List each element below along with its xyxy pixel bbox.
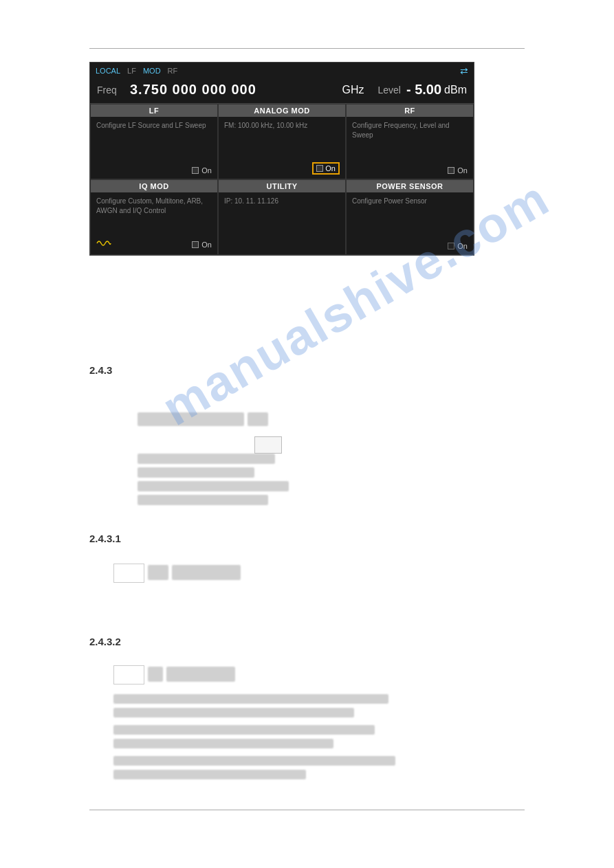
tile-lf-desc: Configure LF Source and LF Sweep <box>96 121 212 164</box>
blurred-extra-4 <box>113 739 333 748</box>
lf-on-label: On <box>201 166 212 175</box>
blurred-243-1 <box>138 412 244 426</box>
tile-utility-desc: IP: 10. 11. 11.126 <box>224 197 340 247</box>
blurred-243-3 <box>138 454 275 464</box>
tile-rf-footer: On <box>352 166 468 175</box>
tile-iq-mod-desc: Configure Custom, Multitone, ARB, AWGN a… <box>96 197 212 236</box>
blurred-extra-3 <box>113 725 375 735</box>
tile-power-sensor-footer: On <box>352 242 468 250</box>
blurred-243-5 <box>138 481 289 491</box>
top-bar: LOCAL LF MOD RF ⇄ <box>90 63 474 79</box>
tile-iq-mod-footer: On <box>96 238 212 250</box>
tile-power-sensor[interactable]: POWER SENSOR Configure Power Sensor On <box>346 179 474 255</box>
instrument-display: LOCAL LF MOD RF ⇄ Freq 3.750 000 000 000… <box>89 62 474 256</box>
rf-checkbox[interactable] <box>448 167 454 174</box>
tiles-grid: LF Configure LF Source and LF Sweep On A… <box>90 103 474 255</box>
tile-power-sensor-header: POWER SENSOR <box>347 180 473 192</box>
tile-analog-mod-header: ANALOG MOD <box>219 104 345 117</box>
level-unit: dBm <box>444 84 467 96</box>
freq-level-row: Freq 3.750 000 000 000 GHz Level - 5.00 … <box>90 79 474 103</box>
bottom-rule <box>89 810 525 810</box>
tile-iq-mod[interactable]: IQ MOD Configure Custom, Multitone, ARB,… <box>90 179 218 255</box>
network-icon: ⇄ <box>460 65 468 76</box>
tile-lf[interactable]: LF Configure LF Source and LF Sweep On <box>90 104 218 179</box>
level-label: Level <box>377 85 400 96</box>
freq-value: 3.750 000 000 000 <box>130 82 339 98</box>
rf-label: RF <box>168 67 178 75</box>
tile-analog-mod-desc: FM: 100.00 kHz, 10.00 kHz <box>224 121 340 159</box>
iq-mod-checkbox[interactable] <box>192 241 199 248</box>
blurred-extra-1 <box>113 694 388 704</box>
tile-utility[interactable]: UTILITY IP: 10. 11. 11.126 <box>218 179 346 255</box>
tile-rf-header: RF <box>347 104 473 117</box>
blurred-2432-1 <box>148 667 163 682</box>
tile-power-sensor-desc: Configure Power Sensor <box>352 197 468 239</box>
tile-rf-desc: Configure Frequency, Level and Sweep <box>352 121 468 164</box>
analog-mod-on-label: On <box>325 164 336 173</box>
blurred-2431-2 <box>172 565 241 580</box>
iq-mod-on-label: On <box>201 241 212 249</box>
mod-label: MOD <box>143 67 161 75</box>
wave-icon <box>96 238 111 250</box>
freq-unit: GHz <box>342 84 364 96</box>
blurred-243-6 <box>138 495 268 505</box>
rf-on-label: On <box>457 166 468 175</box>
analog-mod-checkbox[interactable] <box>316 165 323 172</box>
tile-utility-header: UTILITY <box>219 180 345 192</box>
blurred-extra-6 <box>113 770 306 779</box>
blurred-243-4 <box>138 467 254 478</box>
lf-checkbox[interactable] <box>192 167 199 174</box>
tile-lf-header: LF <box>91 104 217 117</box>
blurred-extra-5 <box>113 756 395 766</box>
blurred-2432-box <box>113 665 144 685</box>
blurred-243-box <box>254 436 282 454</box>
freq-label: Freq <box>97 85 124 96</box>
top-rule <box>89 48 525 49</box>
tile-analog-mod[interactable]: ANALOG MOD FM: 100.00 kHz, 10.00 kHz On <box>218 104 346 179</box>
local-label: LOCAL <box>96 67 120 75</box>
power-sensor-checkbox[interactable] <box>448 243 454 249</box>
power-sensor-on-label: On <box>457 242 468 250</box>
section-243-heading: 2.4.3 <box>89 364 112 376</box>
analog-mod-on-box[interactable]: On <box>312 162 340 175</box>
section-2432-heading: 2.4.3.2 <box>89 636 121 647</box>
tile-lf-footer: On <box>96 166 212 175</box>
blurred-2431-box <box>113 564 144 583</box>
blurred-2432-2 <box>166 667 235 682</box>
section-2431-heading: 2.4.3.1 <box>89 533 121 544</box>
blurred-2431-1 <box>148 565 168 580</box>
lf-label: LF <box>127 67 136 75</box>
blurred-extra-2 <box>113 708 354 717</box>
tile-analog-mod-footer: On <box>224 162 340 175</box>
level-value: - 5.00 <box>406 82 441 98</box>
blurred-243-2 <box>248 412 268 426</box>
tile-iq-mod-header: IQ MOD <box>91 180 217 192</box>
tile-rf[interactable]: RF Configure Frequency, Level and Sweep … <box>346 104 474 179</box>
